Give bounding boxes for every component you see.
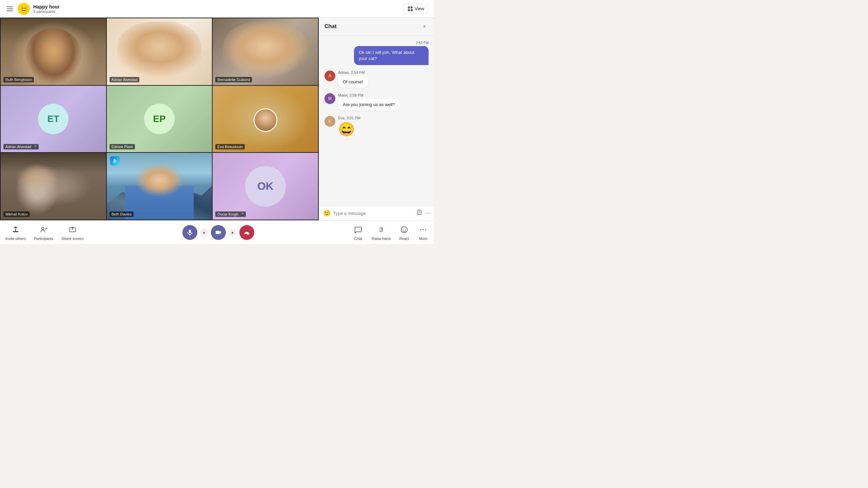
avatar-et: ET	[38, 104, 68, 134]
toolbar-left: Invite others Participants	[5, 224, 84, 241]
tile-ep[interactable]: EP Edmee Plant	[107, 86, 212, 152]
svg-point-11	[401, 227, 407, 233]
message-other-eva: E Eva, 3:01 PM 😄	[324, 116, 429, 137]
mic-off-icon-et: 🎤	[33, 145, 37, 149]
bubble-self-1: Ok ok! I will join. What about your cat?	[354, 46, 429, 65]
tile-adrian-group[interactable]: Adrian Alvestad	[107, 18, 212, 85]
video-grid: Ruth Bengtsson Adrian Alvestad Bernadett…	[0, 18, 319, 220]
message-content-eva: Eva, 3:01 PM 😄	[338, 116, 429, 137]
share-screen-button[interactable]: Share screen	[61, 224, 83, 241]
chat-label: Chat	[354, 237, 362, 241]
tile-ruth[interactable]: Ruth Bengtsson	[1, 18, 106, 85]
tile-et[interactable]: ET Adrian Alvestad 🎤	[1, 86, 106, 152]
tile-mikhail[interactable]: Mikhail Kotov	[1, 153, 106, 220]
raise-hand-label: Raise hand	[372, 237, 391, 241]
participant-label-ruth: Ruth Bengtsson	[3, 77, 34, 82]
svg-point-15	[423, 229, 424, 230]
participant-label-oscar: Oscar Krogh 🎤	[215, 211, 246, 217]
participant-label-mikhail: Mikhail Kotov	[3, 211, 29, 217]
avatar-adrian: A	[324, 70, 335, 81]
svg-rect-8	[189, 230, 191, 233]
participants-icon	[38, 224, 49, 235]
bubble-adrian: Of course!	[338, 76, 368, 88]
emoji-picker-button[interactable]: 🙂	[323, 209, 331, 217]
chat-icon	[353, 224, 363, 235]
share-screen-icon	[67, 224, 78, 235]
header: 😊 Happy hour 9 participants View	[0, 0, 434, 18]
message-content-marie: Marie, 2:58 PM Are you joining us as wel…	[338, 93, 429, 110]
share-screen-label: Share screen	[61, 237, 83, 241]
view-button[interactable]: View	[403, 4, 429, 14]
avatar-marie: M	[324, 93, 335, 104]
participant-label-et: Adrian Alvestad 🎤	[3, 144, 39, 149]
participant-label-beth: Beth Davies	[110, 211, 134, 217]
meeting-title: Happy hour	[33, 4, 60, 9]
chat-title: Chat	[324, 23, 337, 29]
chat-button[interactable]: Chat	[353, 224, 363, 241]
more-button[interactable]: More	[418, 224, 429, 241]
sender-time-marie: Marie, 2:58 PM	[338, 93, 429, 97]
raise-hand-icon	[376, 224, 387, 235]
chat-panel: Chat × 2:53 PM Ok ok! I will join. What …	[319, 18, 434, 220]
chat-message-input[interactable]	[333, 211, 414, 216]
message-content-adrian: Adrian, 2:54 PM Of course!	[338, 70, 429, 88]
avatar-eva: E	[324, 116, 335, 127]
react-icon	[399, 224, 410, 235]
video-chevron[interactable]: ▲	[229, 228, 237, 237]
participants-count: 9 participants	[33, 9, 60, 14]
chat-more-options-button[interactable]: ···	[426, 210, 430, 216]
participants-label: Participants	[34, 237, 53, 241]
attach-file-button[interactable]	[417, 209, 423, 217]
invite-icon	[10, 224, 21, 235]
svg-point-4	[41, 227, 44, 229]
react-label: React	[399, 237, 409, 241]
participant-label-eva: Eva Beaudouin	[215, 144, 245, 149]
react-button[interactable]: React	[399, 224, 410, 241]
tile-eva[interactable]: Eva Beaudouin	[213, 86, 318, 152]
svg-point-13	[405, 229, 406, 229]
video-button[interactable]	[211, 225, 226, 240]
header-left: 😊 Happy hour 9 participants	[5, 3, 403, 15]
bubble-marie: Are you joining us as well?	[338, 99, 400, 110]
svg-point-12	[403, 229, 403, 229]
tile-beth[interactable]: b Beth Davies	[107, 153, 212, 220]
message-other-marie: M Marie, 2:58 PM Are you joining us as w…	[324, 93, 429, 110]
mic-button[interactable]	[182, 225, 197, 240]
more-label: More	[419, 237, 427, 241]
chat-input-area: 🙂 ···	[319, 206, 434, 220]
invite-label: Invite others	[5, 237, 26, 241]
participant-label-ep: Edmee Plant	[110, 144, 135, 149]
toolbar-right: Chat Raise hand React	[353, 224, 429, 241]
main-content: Ruth Bengtsson Adrian Alvestad Bernadett…	[0, 18, 434, 220]
tile-oscar[interactable]: OK Oscar Krogh 🎤	[213, 153, 318, 220]
avatar-ok: OK	[245, 166, 286, 207]
meeting-info: Happy hour 9 participants	[33, 4, 60, 14]
invite-others-button[interactable]: Invite others	[5, 224, 26, 241]
svg-rect-10	[216, 231, 220, 234]
tile-bernadette[interactable]: Bernadette Guibord	[213, 18, 318, 85]
participant-label-bernadette: Bernadette Guibord	[215, 77, 252, 82]
participant-label-adrian: Adrian Alvestad	[110, 77, 139, 82]
chat-close-button[interactable]: ×	[420, 22, 429, 30]
sender-time-eva: Eva, 3:01 PM	[338, 116, 429, 120]
hamburger-menu[interactable]	[5, 5, 14, 13]
raise-hand-button[interactable]: Raise hand	[372, 224, 391, 241]
mic-chevron[interactable]: ▲	[200, 228, 208, 237]
toolbar-center: ▲ ▲	[182, 225, 254, 240]
meeting-emoji: 😊	[18, 3, 30, 15]
bing-icon: b	[110, 156, 120, 166]
chat-header: Chat ×	[319, 18, 434, 36]
avatar-ep: EP	[144, 104, 175, 134]
header-right: View	[403, 4, 429, 14]
svg-rect-3	[13, 231, 18, 232]
message-timestamp: 2:53 PM	[416, 41, 429, 45]
end-call-button[interactable]	[239, 225, 254, 240]
mic-off-icon-oscar: 🎤	[240, 212, 244, 216]
participants-button[interactable]: Participants	[34, 224, 53, 241]
view-icon	[408, 6, 413, 11]
chat-messages: 2:53 PM Ok ok! I will join. What about y…	[319, 36, 434, 206]
sender-time-adrian: Adrian, 2:54 PM	[338, 70, 429, 75]
svg-point-14	[420, 229, 421, 230]
more-icon	[418, 224, 429, 235]
bubble-eva-emoji: 😄	[338, 121, 355, 137]
